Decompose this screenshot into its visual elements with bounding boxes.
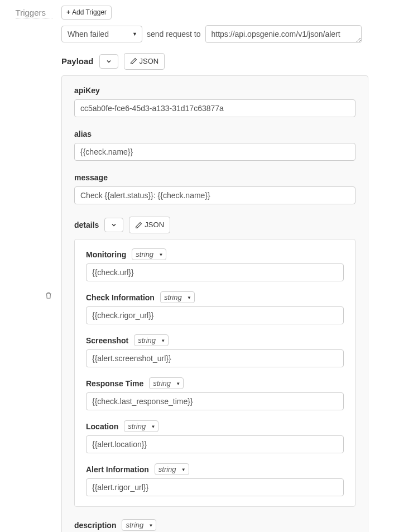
details-json-label: JSON [145, 220, 164, 230]
condition-select[interactable]: When failed [61, 26, 142, 42]
detail-label: Location [86, 422, 118, 431]
detail-item: Alert Information string [86, 463, 344, 496]
detail-type-select[interactable]: string [155, 463, 189, 475]
payload-json-button[interactable]: JSON [124, 53, 165, 70]
add-trigger-label: Add Trigger [72, 8, 107, 17]
apikey-input[interactable] [74, 99, 355, 117]
pencil-icon [130, 57, 137, 65]
detail-type-select[interactable]: string [160, 291, 195, 303]
payload-panel: apiKey alias message details [61, 75, 368, 532]
description-type-select[interactable]: string [122, 519, 156, 531]
detail-value-input[interactable] [86, 478, 344, 496]
payload-collapse-button[interactable] [99, 54, 118, 69]
detail-label: Screenshot [86, 336, 128, 345]
chevron-down-icon [105, 58, 112, 65]
detail-value-input[interactable] [86, 435, 344, 453]
detail-label: Check Information [86, 293, 155, 302]
details-json-button[interactable]: JSON [129, 217, 170, 233]
detail-label: Alert Information [86, 465, 149, 474]
description-label: description [74, 521, 116, 530]
request-url-input[interactable]: https://api.opsgenie.com/v1/json/alert [205, 25, 362, 43]
alias-input[interactable] [74, 143, 355, 161]
detail-item: Response Time string [86, 377, 344, 410]
pencil-icon [135, 222, 142, 229]
detail-type-select[interactable]: string [124, 420, 158, 432]
detail-item: Location string [86, 420, 344, 453]
payload-title: Payload [61, 56, 94, 66]
message-label: message [74, 173, 355, 182]
detail-item: Screenshot string [86, 334, 344, 367]
detail-value-input[interactable] [86, 263, 344, 281]
detail-value-input[interactable] [86, 392, 344, 410]
payload-json-label: JSON [140, 56, 159, 66]
condition-select-wrap: When failed [61, 26, 142, 42]
alias-label: alias [74, 130, 355, 138]
detail-label: Monitoring [86, 250, 126, 259]
detail-type-select[interactable]: string [132, 248, 166, 260]
message-input[interactable] [74, 186, 355, 204]
add-trigger-button[interactable]: + Add Trigger [61, 6, 112, 20]
trash-icon[interactable] [45, 291, 55, 301]
triggers-label: Triggers [16, 4, 52, 18]
details-title: details [74, 221, 99, 229]
detail-value-input[interactable] [86, 349, 344, 367]
detail-label: Response Time [86, 379, 143, 388]
detail-item: Check Information string [86, 291, 344, 324]
apikey-label: apiKey [74, 86, 355, 95]
detail-type-select[interactable]: string [149, 377, 184, 389]
details-collapse-button[interactable] [104, 218, 123, 232]
chevron-down-icon [110, 222, 117, 228]
detail-item: Monitoring string [86, 248, 344, 281]
plus-icon: + [66, 8, 70, 17]
details-panel: Monitoring string Check Information stri… [74, 239, 355, 507]
detail-type-select[interactable]: string [134, 334, 169, 346]
send-request-label: send request to [147, 30, 201, 39]
detail-value-input[interactable] [86, 306, 344, 324]
